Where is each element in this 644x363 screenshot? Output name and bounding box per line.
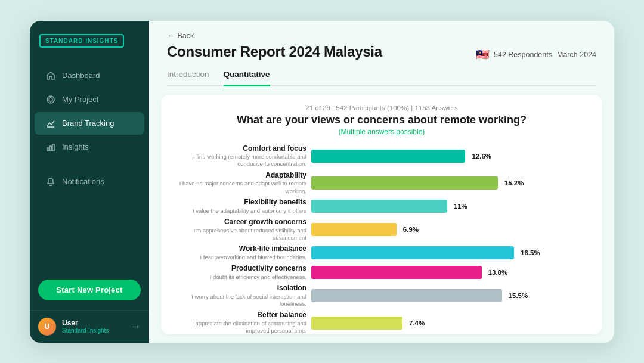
- respondents-count: 542 Respondents: [494, 51, 552, 59]
- sidebar-user: U User Standard-Insights →: [30, 310, 149, 343]
- row-label-title: Adaptability: [175, 171, 306, 181]
- chart-rows: Comfort and focus I find working remotel…: [175, 144, 588, 334]
- row-label-area: Flexibility benefits I value the adaptab…: [175, 198, 306, 215]
- sidebar-nav: Dashboard My Project: [30, 58, 149, 270]
- row-label-desc: I appreciate the elimination of commutin…: [175, 320, 306, 334]
- bar-value: 16.5%: [521, 249, 540, 256]
- chart-row: Isolation I worry about the lack of soci…: [175, 284, 588, 308]
- bar-value: 7.4%: [409, 319, 425, 327]
- row-label-desc: I value the adaptability and autonomy it…: [175, 207, 306, 215]
- user-name: User: [62, 319, 125, 327]
- bar-container: 15.5%: [311, 289, 588, 302]
- sidebar-item-notifications[interactable]: Notifications: [35, 170, 144, 193]
- back-link[interactable]: ← Back: [167, 32, 596, 40]
- row-label-title: Comfort and focus: [175, 144, 306, 154]
- topbar: ← Back Consumer Report 2024 Malaysia 🇲🇾 …: [149, 21, 614, 86]
- avatar: U: [38, 318, 56, 336]
- sidebar-item-insights[interactable]: Insights: [35, 136, 144, 159]
- row-label-title: Career growth concerns: [175, 218, 306, 227]
- bar: [311, 150, 465, 163]
- sidebar-logo: STANDARD INSIGHTS: [30, 21, 149, 58]
- tab-quantitative[interactable]: Quantitative: [224, 70, 270, 86]
- tab-introduction[interactable]: Introduction: [167, 70, 209, 86]
- bar-container: 7.4%: [311, 317, 588, 330]
- start-new-project-area: Start New Project: [30, 270, 149, 310]
- svg-rect-6: [50, 146, 52, 151]
- bar-value: 15.5%: [509, 292, 528, 299]
- bell-icon: [45, 176, 56, 187]
- chart-row: Work-life imbalance I fear overworking a…: [175, 244, 588, 261]
- bar-container: 16.5%: [311, 246, 588, 259]
- row-label-title: Isolation: [175, 284, 306, 293]
- bar: [311, 223, 397, 236]
- bar-container: 6.9%: [311, 223, 588, 236]
- row-label-area: Career growth concerns I'm apprehensive …: [175, 218, 306, 241]
- row-label-area: Productivity concerns I doubt its effici…: [175, 264, 306, 281]
- bar-value: 6.9%: [403, 226, 419, 233]
- bar: [311, 266, 482, 279]
- bar: [311, 176, 498, 190]
- tabs: Introduction Quantitative: [167, 70, 596, 86]
- insights-icon: [45, 142, 56, 153]
- bar: [311, 317, 402, 330]
- sidebar-item-brand-tracking[interactable]: Brand Tracking: [35, 112, 144, 135]
- sidebar-item-label-brand-tracking: Brand Tracking: [62, 119, 114, 128]
- sidebar-item-label-notifications: Notifications: [62, 177, 104, 186]
- bar: [311, 289, 502, 302]
- sidebar-item-label-dashboard: Dashboard: [62, 71, 100, 80]
- row-label-area: Adaptability I have no major concerns an…: [175, 171, 306, 195]
- back-arrow-icon: ←: [167, 32, 175, 40]
- row-label-area: Better balance I appreciate the eliminat…: [175, 311, 306, 334]
- bar-container: 12.6%: [311, 150, 588, 163]
- svg-point-0: [49, 98, 52, 101]
- bar-container: 13.8%: [311, 266, 588, 279]
- logout-icon[interactable]: →: [131, 321, 141, 332]
- project-icon: [45, 94, 56, 105]
- bar-value: 12.6%: [472, 153, 491, 160]
- user-info: User Standard-Insights: [62, 319, 125, 334]
- chart-question: What are your views or concerns about re…: [175, 114, 588, 126]
- chart-row: Adaptability I have no major concerns an…: [175, 171, 588, 195]
- page-header: Consumer Report 2024 Malaysia 🇲🇾 542 Res…: [167, 44, 596, 61]
- row-label-title: Flexibility benefits: [175, 198, 306, 207]
- page-title: Consumer Report 2024 Malaysia: [167, 44, 382, 60]
- chart-row: Flexibility benefits I value the adaptab…: [175, 198, 588, 215]
- home-icon: [45, 70, 56, 81]
- user-role: Standard-Insights: [62, 327, 125, 334]
- logo-badge: STANDARD INSIGHTS: [39, 34, 124, 48]
- start-new-project-button[interactable]: Start New Project: [38, 280, 141, 300]
- bar-value: 13.8%: [488, 269, 508, 276]
- row-label-desc: I fear overworking and blurred boundarie…: [175, 254, 306, 261]
- bar: [311, 200, 447, 213]
- bar-value: 15.2%: [504, 179, 524, 187]
- flag-icon: 🇲🇾: [476, 48, 489, 61]
- sidebar-item-label-insights: Insights: [62, 142, 89, 151]
- chart-meta: 21 of 29 | 542 Participants (100%) | 116…: [175, 104, 588, 111]
- chart-area: 21 of 29 | 542 Participants (100%) | 116…: [161, 95, 602, 334]
- sidebar-item-my-project[interactable]: My Project: [35, 88, 144, 111]
- row-label-title: Better balance: [175, 311, 306, 320]
- row-label-desc: I'm apprehensive about reduced visibilit…: [175, 227, 306, 242]
- bar-container: 15.2%: [311, 176, 588, 190]
- row-label-area: Work-life imbalance I fear overworking a…: [175, 244, 306, 261]
- chart-row: Comfort and focus I find working remotel…: [175, 144, 588, 168]
- back-label: Back: [178, 32, 194, 40]
- chart-row: Better balance I appreciate the eliminat…: [175, 311, 588, 334]
- main-content: ← Back Consumer Report 2024 Malaysia 🇲🇾 …: [149, 21, 614, 343]
- sidebar-item-label-my-project: My Project: [62, 95, 98, 104]
- row-label-desc: I find working remotely more comfortable…: [175, 153, 306, 168]
- bar: [311, 246, 514, 259]
- report-meta: 🇲🇾 542 Respondents March 2024: [476, 48, 596, 61]
- bar-container: 11%: [311, 200, 588, 213]
- sidebar-item-dashboard[interactable]: Dashboard: [35, 64, 144, 87]
- bar-value: 11%: [454, 203, 467, 210]
- chart-subtext: (Multiple answers possible): [175, 128, 588, 136]
- svg-rect-5: [47, 148, 49, 151]
- row-label-desc: I doubt its efficiency and effectiveness…: [175, 274, 306, 281]
- svg-rect-7: [52, 144, 54, 151]
- row-label-area: Isolation I worry about the lack of soci…: [175, 284, 306, 308]
- chart-icon: [45, 118, 56, 129]
- row-label-desc: I have no major concerns and adapt well …: [175, 180, 306, 195]
- row-label-title: Productivity concerns: [175, 264, 306, 274]
- chart-row: Career growth concerns I'm apprehensive …: [175, 218, 588, 241]
